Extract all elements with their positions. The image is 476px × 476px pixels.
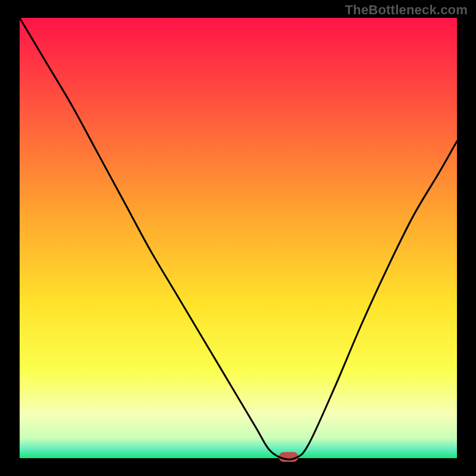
bottleneck-chart	[0, 0, 476, 476]
plot-background	[20, 18, 457, 458]
chart-stage: TheBottleneck.com	[0, 0, 476, 476]
